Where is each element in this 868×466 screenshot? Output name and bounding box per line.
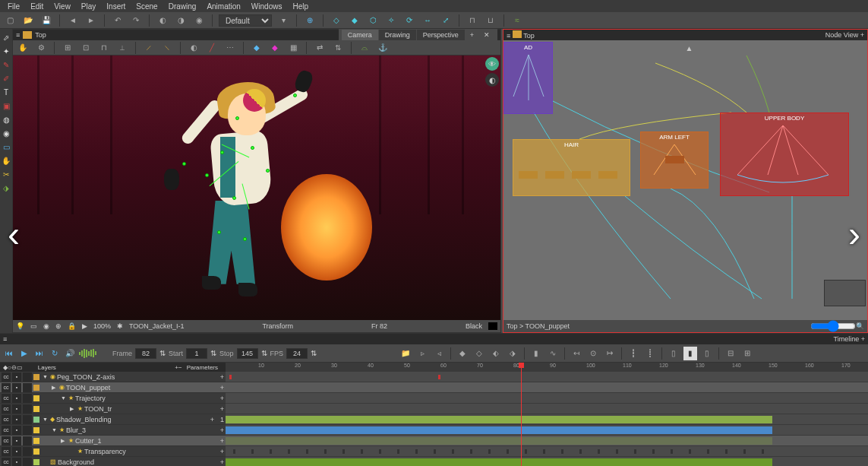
cam-mirror-icon[interactable]: ⇅ xyxy=(331,41,345,55)
cam-col2-icon[interactable]: ◆ xyxy=(268,41,282,55)
node-breadcrumb-top[interactable]: Top xyxy=(523,32,535,40)
footer-opt1-icon[interactable]: ▭ xyxy=(30,322,37,330)
tl-mode-icon[interactable]: ⊞ xyxy=(740,347,754,360)
footer-opt2-icon[interactable]: ◉ xyxy=(43,322,49,330)
layer-color-swatch[interactable] xyxy=(33,417,39,423)
sound-icon[interactable]: 🔊 xyxy=(64,347,76,360)
menu-file[interactable]: File xyxy=(3,1,24,12)
layer-color-swatch[interactable] xyxy=(33,406,39,412)
select-tool-icon[interactable]: ⬀ xyxy=(1,32,11,43)
layer-vis-button[interactable] xyxy=(23,383,32,392)
tl-curve-icon[interactable]: ∿ xyxy=(546,347,560,360)
node-footer-breadcrumb[interactable]: Top > TOON_puppet xyxy=(507,322,570,330)
dropper-tool-icon[interactable]: ◉ xyxy=(1,128,11,138)
layer-name-label[interactable]: Peg_TOON_Z-axis xyxy=(57,373,219,381)
cam-lock-icon[interactable]: ◐ xyxy=(485,73,499,87)
layer-del-icon[interactable]: ⊖ xyxy=(11,364,17,371)
layer-name-label[interactable]: Shadow_Blending xyxy=(56,416,209,423)
node-up-arrow-icon[interactable]: ▲ xyxy=(686,44,693,52)
peg-toggle-icon[interactable]: ⊔ xyxy=(484,14,497,27)
layer-add-param-icon[interactable]: + xyxy=(210,416,214,423)
layer-cc-button[interactable]: cc xyxy=(2,458,11,467)
target-icon[interactable]: ⊕ xyxy=(303,14,317,27)
footer-color-swatch[interactable] xyxy=(488,322,497,330)
layer-solo-button[interactable]: ▪ xyxy=(12,436,21,445)
layer-expand-icon[interactable]: ▶ xyxy=(70,406,76,412)
menu-play[interactable]: Play xyxy=(77,1,100,12)
fps-input[interactable] xyxy=(286,348,308,359)
tab-camera[interactable]: Camera xyxy=(342,30,378,40)
layer-minus-icon[interactable]: − xyxy=(178,364,182,371)
cam-col1-icon[interactable]: ◆ xyxy=(250,41,264,55)
magnet-icon[interactable]: ⊓ xyxy=(97,41,111,55)
undo-icon[interactable]: ↶ xyxy=(111,14,125,27)
timeline-ruler[interactable]: 1020304050607080901001101201301401501601… xyxy=(226,363,868,372)
morph-tool-icon[interactable]: ⬗ xyxy=(1,182,11,193)
node-viewport[interactable]: ▲ AD HAIR ARM LEFT UPPER BODY xyxy=(503,40,867,320)
open-icon[interactable]: 📂 xyxy=(21,14,35,27)
grab-tool-icon[interactable]: ✋ xyxy=(1,155,11,166)
menu-drawing[interactable]: Drawing xyxy=(164,1,201,12)
tl-marker-icon[interactable]: ▮ xyxy=(529,347,543,360)
footer-color[interactable]: Black xyxy=(466,322,482,330)
layer-vis-button[interactable] xyxy=(23,415,32,424)
dropdown-arrow-icon[interactable]: ▾ xyxy=(276,14,290,27)
hand-tool-icon[interactable]: ✋ xyxy=(16,41,30,55)
text-tool-icon[interactable]: T xyxy=(1,87,11,97)
layer-cc-button[interactable]: cc xyxy=(2,372,11,382)
layer-vis-button[interactable] xyxy=(23,436,32,445)
layer-color-swatch[interactable] xyxy=(33,449,39,455)
bucket-tool-icon[interactable]: ◍ xyxy=(1,114,11,125)
layer-add-param-icon[interactable]: + xyxy=(220,384,224,392)
node-group-body[interactable]: UPPER BODY xyxy=(720,113,849,196)
play-mode-icon[interactable]: ≈ xyxy=(510,14,524,27)
fps-spinner-icon[interactable]: ⇅ xyxy=(311,349,317,357)
footer-zoom[interactable]: 100% xyxy=(93,322,111,330)
play-icon[interactable]: ▶ xyxy=(18,347,30,360)
cam-opt2-icon[interactable]: ╱ xyxy=(205,41,219,55)
bone-tool-icon[interactable]: ⟋ xyxy=(142,41,156,55)
tl-opt1-icon[interactable]: ▹ xyxy=(415,347,429,360)
tl-snap2-icon[interactable]: ┋ xyxy=(643,347,657,360)
grid-icon[interactable]: ⊞ xyxy=(61,41,74,55)
paint-tool-icon[interactable]: ▣ xyxy=(1,100,11,111)
node-minimap[interactable] xyxy=(824,280,866,306)
cam-opt3-icon[interactable]: ⋯ xyxy=(223,41,237,55)
layer-vis-button[interactable] xyxy=(23,404,32,414)
forward-icon[interactable]: ► xyxy=(84,14,98,27)
layer-name-label[interactable]: Transparency xyxy=(84,448,219,455)
layer-vis-button[interactable] xyxy=(23,458,32,467)
layer-expand-icon[interactable]: ▼ xyxy=(52,427,58,433)
snap-icon[interactable]: ⊡ xyxy=(79,41,93,55)
ruler-icon[interactable]: ⟂ xyxy=(115,41,129,55)
next-slide-icon[interactable]: › xyxy=(848,212,860,254)
camera-viewport[interactable]: 👁 ◐ xyxy=(13,55,500,320)
node-zoom-slider[interactable] xyxy=(810,323,856,329)
gear-icon[interactable]: ⚙ xyxy=(34,41,48,55)
layer-add-param-icon[interactable]: + xyxy=(220,426,224,434)
layer-add-param-icon[interactable]: + xyxy=(220,373,224,381)
layer-color-swatch[interactable] xyxy=(33,427,39,433)
tl-exp1-icon[interactable]: ▯ xyxy=(667,347,680,360)
timeline-add-icon[interactable]: + xyxy=(861,335,865,343)
last-frame-icon[interactable]: ⏭ xyxy=(33,347,46,360)
layer-row[interactable]: cc ▪ ★ Transparency + xyxy=(0,446,226,457)
mode-6-icon[interactable]: ↔ xyxy=(421,14,434,27)
panel-menu-icon[interactable]: ≡ xyxy=(16,31,20,39)
menu-edit[interactable]: Edit xyxy=(26,1,48,12)
transform-tool-icon[interactable]: ✦ xyxy=(1,46,11,56)
layer-solo-button[interactable]: ▪ xyxy=(12,394,21,403)
layer-vis-button[interactable] xyxy=(23,447,32,456)
playhead[interactable] xyxy=(521,363,522,466)
tab-close-icon[interactable]: ✕ xyxy=(479,30,494,40)
layer-solo-button[interactable]: ▪ xyxy=(12,372,21,382)
layer-expand-icon[interactable]: ▶ xyxy=(61,438,67,444)
layer-expand-icon[interactable]: ▼ xyxy=(43,417,49,422)
layer-cc-button[interactable]: cc xyxy=(2,383,11,392)
layer-name-label[interactable]: TOON_puppet xyxy=(66,384,219,392)
menu-windows[interactable]: Windows xyxy=(247,1,287,12)
layer-row[interactable]: cc ▪ ▧ Background + xyxy=(0,457,226,466)
cam-arc-icon[interactable]: ⌓ xyxy=(358,41,371,55)
layer-row[interactable]: cc ▪ ▼ ◆ Shadow_Blending + 1 xyxy=(0,414,226,425)
layer-name-label[interactable]: Background xyxy=(58,458,219,466)
